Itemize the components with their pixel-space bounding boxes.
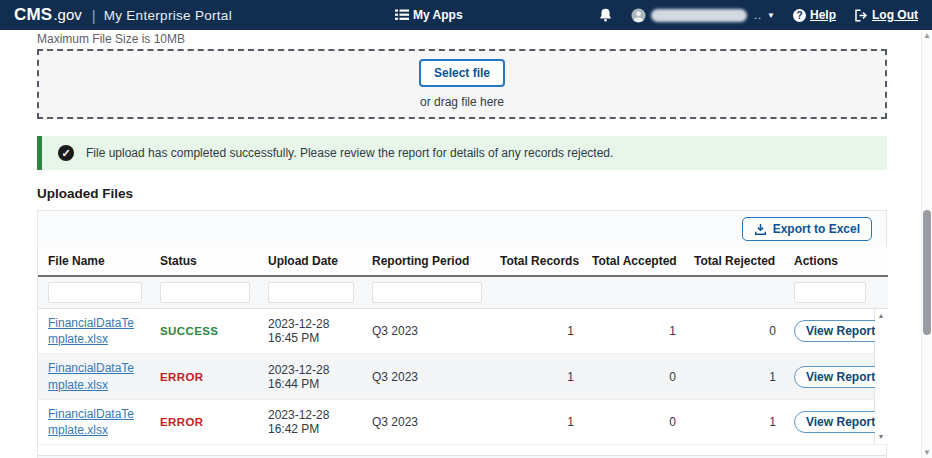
file-name-link[interactable]: FinancialDataTemplate.xlsx bbox=[48, 360, 142, 392]
page-scroll-up-icon[interactable]: ▲ bbox=[922, 31, 932, 40]
user-menu-caret-icon: ▼ bbox=[767, 11, 775, 20]
user-avatar-icon bbox=[631, 8, 646, 23]
main-content: Maximum File Size is 10MB Select file or… bbox=[0, 30, 932, 458]
apps-grid-icon bbox=[395, 9, 409, 21]
filter-status-input[interactable] bbox=[160, 282, 250, 303]
logout-icon bbox=[854, 9, 868, 22]
col-upload-date[interactable]: Upload Date bbox=[258, 247, 362, 276]
table-row: FinancialDataTemplate.xlsx SUCCESS 2023-… bbox=[38, 309, 888, 354]
uploaded-files-heading: Uploaded Files bbox=[37, 186, 887, 201]
top-navbar: CMS.gov | My Enterprise Portal My Apps bbox=[0, 0, 932, 30]
grid-toolbar: Export to Excel bbox=[38, 211, 886, 247]
table-row: FinancialDataTemplate.xlsx ERROR 2023-12… bbox=[38, 354, 888, 399]
table-bottom-spacer bbox=[38, 445, 886, 455]
col-file-name[interactable]: File Name bbox=[38, 247, 150, 276]
col-status[interactable]: Status bbox=[150, 247, 258, 276]
status-badge: ERROR bbox=[160, 371, 204, 383]
table-body: FinancialDataTemplate.xlsx SUCCESS 2023-… bbox=[38, 309, 888, 445]
logout-label: Log Out bbox=[872, 8, 918, 22]
brand-gov: .gov bbox=[53, 6, 81, 23]
reporting-period-cell: Q3 2023 bbox=[362, 399, 490, 444]
col-actions: Actions bbox=[784, 247, 874, 276]
success-alert: ✓ File upload has completed successfully… bbox=[37, 136, 887, 170]
col-total-accepted[interactable]: Total Accepted bbox=[582, 247, 684, 276]
total-records-cell: 1 bbox=[490, 309, 582, 354]
scroll-up-icon[interactable]: ▲ bbox=[875, 311, 888, 321]
page-scroll-down-icon[interactable]: ▼ bbox=[922, 448, 932, 457]
total-records-cell: 1 bbox=[490, 354, 582, 399]
max-file-size-note: Maximum File Size is 10MB bbox=[37, 32, 887, 46]
user-menu[interactable]: .. ▼ bbox=[631, 8, 775, 23]
select-file-button[interactable]: Select file bbox=[419, 59, 505, 87]
drag-file-hint: or drag file here bbox=[420, 95, 504, 109]
my-apps-label: My Apps bbox=[413, 8, 463, 22]
filter-file-name-input[interactable] bbox=[48, 282, 142, 303]
cms-logo[interactable]: CMS.gov | My Enterprise Portal bbox=[14, 5, 232, 25]
col-total-records[interactable]: Total Records bbox=[490, 247, 582, 276]
table-row: FinancialDataTemplate.xlsx ERROR 2023-12… bbox=[38, 399, 888, 444]
total-rejected-cell: 1 bbox=[684, 399, 784, 444]
table-header: File Name Status Upload Date Reporting P… bbox=[38, 247, 888, 309]
total-rejected-cell: 1 bbox=[684, 354, 784, 399]
status-badge: SUCCESS bbox=[160, 325, 218, 337]
success-alert-message: File upload has completed successfully. … bbox=[86, 146, 613, 160]
user-name-redacted bbox=[651, 9, 747, 22]
total-accepted-cell: 1 bbox=[582, 309, 684, 354]
total-accepted-cell: 0 bbox=[582, 399, 684, 444]
help-label: Help bbox=[810, 8, 836, 22]
export-label: Export to Excel bbox=[773, 222, 860, 236]
help-link[interactable]: ? Help bbox=[793, 8, 836, 22]
page-scroll-thumb[interactable] bbox=[923, 210, 931, 335]
brand-separator: | bbox=[92, 7, 96, 24]
status-badge: ERROR bbox=[160, 416, 204, 428]
upload-date-cell: 2023-12-28 16:45 PM bbox=[258, 309, 362, 354]
upload-date-cell: 2023-12-28 16:44 PM bbox=[258, 354, 362, 399]
filter-actions-input[interactable] bbox=[794, 282, 866, 303]
export-to-excel-button[interactable]: Export to Excel bbox=[742, 217, 872, 241]
total-records-cell: 1 bbox=[490, 399, 582, 444]
filter-upload-date-input[interactable] bbox=[268, 282, 354, 303]
notifications-bell-icon[interactable] bbox=[598, 7, 613, 23]
col-scrollbar-spacer bbox=[874, 247, 888, 276]
file-name-link[interactable]: FinancialDataTemplate.xlsx bbox=[48, 315, 142, 347]
total-accepted-cell: 0 bbox=[582, 354, 684, 399]
scroll-down-icon[interactable]: ▼ bbox=[875, 432, 888, 442]
reporting-period-cell: Q3 2023 bbox=[362, 309, 490, 354]
portal-title: My Enterprise Portal bbox=[104, 8, 232, 23]
total-rejected-cell: 0 bbox=[684, 309, 784, 354]
brand-cms: CMS bbox=[14, 5, 52, 25]
files-table: File Name Status Upload Date Reporting P… bbox=[38, 247, 888, 445]
my-apps-link[interactable]: My Apps bbox=[395, 0, 463, 30]
col-reporting-period[interactable]: Reporting Period bbox=[362, 247, 490, 276]
filter-row bbox=[38, 276, 888, 309]
upload-date-cell: 2023-12-28 16:42 PM bbox=[258, 399, 362, 444]
file-dropzone[interactable]: Select file or drag file here bbox=[37, 49, 887, 119]
page: CMS.gov | My Enterprise Portal My Apps bbox=[0, 0, 932, 458]
user-name-truncation: .. bbox=[754, 9, 762, 21]
uploaded-files-grid: Export to Excel File Name Status Upload … bbox=[37, 210, 887, 458]
logout-link[interactable]: Log Out bbox=[854, 8, 918, 22]
navbar-right: .. ▼ ? Help Log Out bbox=[598, 0, 918, 30]
reporting-period-cell: Q3 2023 bbox=[362, 354, 490, 399]
table-scrollbar[interactable]: ▲ ▼ bbox=[874, 309, 888, 445]
page-scrollbar[interactable]: ▲ ▼ bbox=[921, 30, 932, 458]
filter-reporting-period-input[interactable] bbox=[372, 282, 482, 303]
help-icon: ? bbox=[793, 9, 806, 22]
col-total-rejected[interactable]: Total Rejected bbox=[684, 247, 784, 276]
file-name-link[interactable]: FinancialDataTemplate.xlsx bbox=[48, 406, 142, 438]
download-icon bbox=[754, 223, 767, 236]
success-check-icon: ✓ bbox=[58, 145, 74, 161]
